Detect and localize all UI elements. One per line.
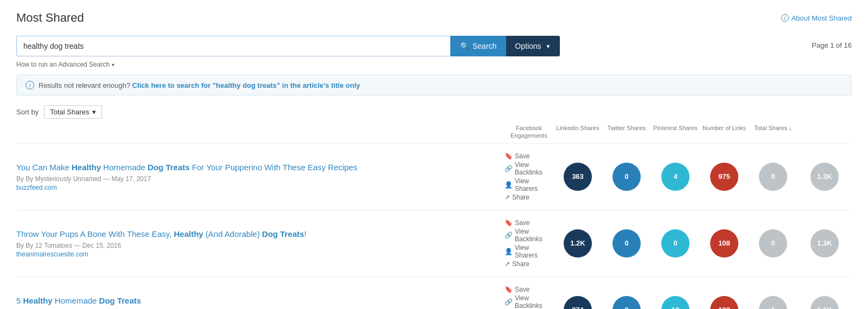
options-button-label: Options <box>515 42 541 50</box>
links-circle: 1 <box>759 296 787 309</box>
search-row: 🔍 Search Options ▼ <box>16 36 812 56</box>
facebook-metric: 974 <box>553 296 602 309</box>
search-button-label: Search <box>473 42 496 50</box>
result-title[interactable]: 5 Healthy Homemade Dog Treats <box>16 295 494 306</box>
result-actions: 🔖Save 🔗View Backlinks 👤View Sharers ↗Sha… <box>505 286 553 309</box>
search-button[interactable]: 🔍 Search <box>450 36 506 56</box>
search-bar-container: 🔍 Search Options ▼ How to run an Advance… <box>16 36 852 75</box>
linkedin-circle: 0 <box>612 229 641 258</box>
share-action[interactable]: ↗Share <box>505 194 549 201</box>
total-metric: 1.1K <box>797 296 852 309</box>
sort-dropdown[interactable]: Total Shares ▾ <box>44 105 102 119</box>
result-domain: buzzfeed.com <box>16 184 494 191</box>
links-metric: 1 <box>749 296 797 309</box>
search-bar-right: Page 1 of 16 <box>812 36 852 49</box>
pinterest-circle: 108 <box>710 229 738 258</box>
column-headers: Facebook Engagements Linkedin Shares Twi… <box>16 124 852 143</box>
save-icon: 🔖 <box>505 286 513 293</box>
about-link[interactable]: i About Most Shared <box>781 14 852 22</box>
linkedin-metric: 0 <box>602 229 651 258</box>
save-action[interactable]: 🔖Save <box>505 286 549 293</box>
save-icon: 🔖 <box>505 152 513 160</box>
sort-row: Sort by Total Shares ▾ <box>16 105 852 119</box>
twitter-circle: 12 <box>661 296 690 309</box>
link-icon: 🔗 <box>505 231 513 239</box>
twitter-circle: 0 <box>661 229 690 258</box>
page-wrapper: Most Shared i About Most Shared 🔍 Search… <box>0 0 868 309</box>
result-content: Throw Your Pups A Bone With These Easy, … <box>16 228 505 258</box>
twitter-circle: 4 <box>661 163 690 191</box>
col-header-total: Total Shares ↓ <box>749 124 797 140</box>
col-header-links: Number of Links <box>700 124 749 140</box>
result-content: 5 Healthy Homemade Dog Treats By By Mary… <box>16 295 505 309</box>
facebook-metric: 1.2K <box>553 229 602 258</box>
save-action[interactable]: 🔖Save <box>505 152 549 160</box>
pinterest-metric: 132 <box>700 296 749 309</box>
advanced-arrow-icon: ▾ <box>112 62 114 68</box>
total-metric: 1.3K <box>797 163 852 191</box>
linkedin-metric: 0 <box>602 296 651 309</box>
linkedin-metric: 0 <box>602 163 651 191</box>
table-row: Throw Your Pups A Bone With These Easy, … <box>16 210 852 276</box>
search-icon: 🔍 <box>460 42 469 50</box>
share-action[interactable]: ↗Share <box>505 260 549 268</box>
share-icon: ↗ <box>505 194 510 201</box>
result-title[interactable]: You Can Make Healthy Homemade Dog Treats… <box>16 162 494 173</box>
save-icon: 🔖 <box>505 219 513 227</box>
col-header-linkedin: Linkedin Shares <box>553 124 602 140</box>
users-icon: 👤 <box>505 248 513 255</box>
search-input[interactable] <box>16 36 450 56</box>
links-metric: 0 <box>749 229 797 258</box>
table-row: You Can Make Healthy Homemade Dog Treats… <box>16 143 852 210</box>
col-header-pinterest: Pinterest Shares <box>651 124 700 140</box>
table-row: 5 Healthy Homemade Dog Treats By By Mary… <box>16 276 852 309</box>
view-sharers-action[interactable]: 👤View Sharers <box>505 177 549 192</box>
share-icon: ↗ <box>505 260 510 268</box>
twitter-metric: 4 <box>651 163 700 191</box>
sort-dropdown-arrow: ▾ <box>92 108 96 116</box>
links-metric: 0 <box>749 163 797 191</box>
twitter-metric: 0 <box>651 229 700 258</box>
results-area: You Can Make Healthy Homemade Dog Treats… <box>16 143 852 309</box>
result-actions: 🔖Save 🔗View Backlinks 👤View Sharers ↗Sha… <box>505 219 553 268</box>
linkedin-circle: 0 <box>612 163 641 191</box>
view-backlinks-action[interactable]: 🔗View Backlinks <box>505 294 549 309</box>
info-icon: i <box>781 14 789 22</box>
view-sharers-action[interactable]: 👤View Sharers <box>505 244 549 259</box>
save-action[interactable]: 🔖Save <box>505 219 549 227</box>
header: Most Shared i About Most Shared <box>16 11 852 25</box>
relevance-text: Results not relevant enough? Click here … <box>39 81 360 89</box>
links-circle: 0 <box>759 229 787 258</box>
twitter-metric: 12 <box>651 296 700 309</box>
pinterest-circle: 132 <box>710 296 738 309</box>
sort-label: Sort by <box>16 108 39 116</box>
col-header-twitter: Twitter Shares <box>602 124 651 140</box>
facebook-circle: 974 <box>564 296 592 309</box>
options-arrow-icon: ▼ <box>546 43 551 49</box>
view-backlinks-action[interactable]: 🔗View Backlinks <box>505 228 549 243</box>
search-bar-left: 🔍 Search Options ▼ How to run an Advance… <box>16 36 812 75</box>
pinterest-circle: 975 <box>710 163 738 191</box>
pinterest-metric: 975 <box>700 163 749 191</box>
relevance-text-before: Results not relevant enough? <box>39 81 130 89</box>
facebook-circle: 363 <box>564 163 592 191</box>
result-content: You Can Make Healthy Homemade Dog Treats… <box>16 162 505 191</box>
total-circle: 1.3K <box>810 229 839 258</box>
result-meta: By By 12 Tomatoes — Dec 15, 2016 <box>16 242 494 249</box>
advanced-search-link[interactable]: How to run an Advanced Search ▾ <box>16 61 812 68</box>
relevance-link[interactable]: Click here to search for "healthy dog tr… <box>132 81 360 89</box>
link-icon: 🔗 <box>505 298 513 306</box>
users-icon: 👤 <box>505 181 513 189</box>
view-backlinks-action[interactable]: 🔗View Backlinks <box>505 161 549 176</box>
facebook-circle: 1.2K <box>564 229 592 258</box>
relevance-info-icon: i <box>25 81 34 89</box>
links-circle: 0 <box>759 163 787 191</box>
result-domain: theanimalrescuesite.com <box>16 250 494 258</box>
link-icon: 🔗 <box>505 165 513 172</box>
linkedin-circle: 0 <box>612 296 641 309</box>
options-button[interactable]: Options ▼ <box>506 36 559 56</box>
result-actions: 🔖Save 🔗View Backlinks 👤View Sharers ↗Sha… <box>505 152 553 201</box>
about-label: About Most Shared <box>792 14 852 22</box>
result-title[interactable]: Throw Your Pups A Bone With These Easy, … <box>16 228 494 240</box>
relevance-banner: i Results not relevant enough? Click her… <box>16 75 852 95</box>
